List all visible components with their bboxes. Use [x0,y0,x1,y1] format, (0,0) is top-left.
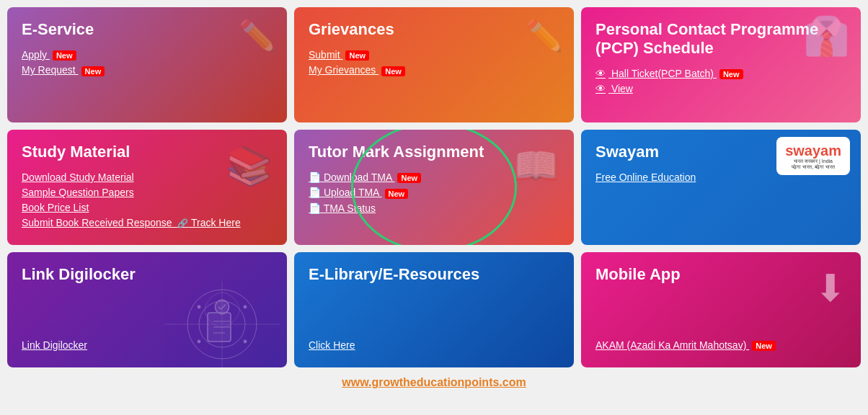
study-bookprice-link[interactable]: Book Price List [22,202,273,213]
swayam-tagline: भारत सरकार | India [794,159,833,164]
eservice-apply-link[interactable]: Apply New [22,49,273,61]
tma-status-link[interactable]: 📄 TMA Status [309,202,559,214]
elibrary-link[interactable]: Click Here [309,339,355,351]
mobileapp-akam-link[interactable]: AKAM (Azadi Ka Amrit Mahotsav) New [595,339,776,351]
footer-url[interactable]: www.growtheducationpoints.com [7,376,861,389]
grievances-mygrievances-link[interactable]: My Grievances New [309,64,559,76]
swayam-logo-text: swayam [785,143,841,159]
svg-point-6 [198,340,201,344]
elibrary-title: E-Library/E-Resources [309,265,559,284]
mygrievances-new-badge: New [381,66,405,76]
main-grid: ✏️ E-Service Apply New My Request New ✏️… [7,7,861,367]
card-digilocker: Link Digilocker Link Digilocker [7,252,287,367]
digilocker-bg-graphic [157,281,287,367]
svg-point-7 [244,340,247,344]
svg-point-5 [244,305,247,309]
eservice-myrequest-link[interactable]: My Request New [22,64,273,76]
mobileapp-title: Mobile App [595,265,846,284]
swayam-logo: swayam भारत सरकार | India पढ़ेगा भारत, ब… [776,137,850,175]
card-grievances: ✏️ Grievances Submit New My Grievances N… [294,7,574,122]
study-sample-link[interactable]: Sample Question Papers [22,187,273,198]
card-elibrary: E-Library/E-Resources Click Here [294,252,574,367]
pcp-icon: 👔 [803,14,850,58]
hallticket-new-badge: New [719,69,743,79]
myrequest-new-badge: New [81,66,105,76]
download-icon: ⬇ [815,267,846,310]
svg-point-9 [215,300,229,313]
card-mobileapp: ⬇ Mobile App AKAM (Azadi Ka Amrit Mahots… [581,252,861,367]
tma-upload-link[interactable]: 📄 Upload TMA New [309,187,559,198]
card-tma: 📖 Tutor Mark Assignment 📄 Download TMA N… [294,130,574,245]
study-submitbook-link[interactable]: Submit Book Received Response 🔗 Track He… [22,217,273,228]
grievances-submit-link[interactable]: Submit New [309,49,559,61]
study-book-icon: 📚 [226,144,273,188]
tma-download-badge: New [397,173,421,183]
eservice-title: E-Service [22,20,273,39]
apply-new-badge: New [53,50,76,61]
pcp-view-link[interactable]: 👁 View [595,83,846,94]
card-swayam: swayam भारत सरकार | India पढ़ेगा भारत, ब… [581,130,861,245]
svg-point-4 [198,305,201,309]
swayam-subtitle: पढ़ेगा भारत, बढ़ेगा भारत [792,164,835,170]
grievances-pencil-icon: ✏️ [526,18,563,53]
card-eservice: ✏️ E-Service Apply New My Request New [7,7,287,122]
tma-upload-badge: New [385,189,409,199]
grievances-title: Grievances [309,20,559,39]
akam-new-badge: New [752,341,776,351]
pcp-hallticket-link[interactable]: 👁 Hall Ticket(PCP Batch) New [595,68,846,79]
digilocker-link[interactable]: Link Digilocker [22,339,87,351]
tma-book-icon: 📖 [513,144,559,188]
footer-link[interactable]: www.growtheducationpoints.com [342,376,526,388]
card-study: 📚 Study Material Download Study Material… [7,130,287,245]
submit-new-badge: New [345,50,369,61]
pencil-icon: ✏️ [239,18,276,53]
card-pcp: 👔 Personal Contact Programme (PCP) Sched… [581,7,861,122]
